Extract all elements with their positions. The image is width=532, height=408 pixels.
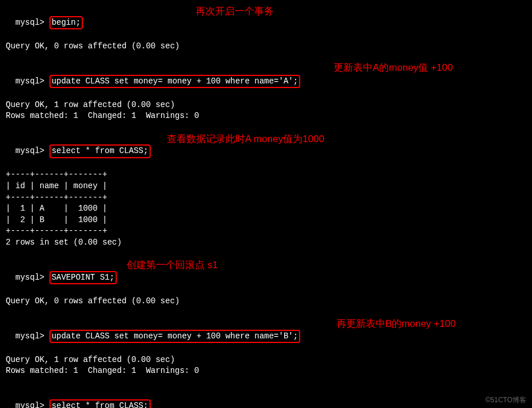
cmd-begin: begin;	[52, 18, 81, 27]
cmd-select-2: select * from CLASS;	[52, 401, 148, 408]
cmd-select-1-line: mysql> select * from CLASS; 查看数据记录此时A mo…	[6, 134, 526, 170]
cmd-savepoint-1: SAVEPOINT S1;	[52, 273, 114, 282]
result-update-a-2: Rows matched: 1 Changed: 1 Warnings: 0	[6, 110, 526, 122]
mysql-prompt: mysql>	[16, 331, 49, 341]
cmd-update-a-highlight: update CLASS set money= money + 100 wher…	[49, 75, 300, 89]
table1-row-2: | 2 | B | 1000 |	[6, 215, 526, 226]
cmd-update-b-line: mysql> update CLASS set money= money + 1…	[6, 318, 526, 354]
mysql-prompt: mysql>	[16, 18, 49, 27]
mysql-prompt: mysql>	[16, 146, 49, 155]
cmd-update-a-line: mysql> update CLASS set money= money + 1…	[6, 63, 526, 100]
annotation-update-b: 再更新表中B的money +100	[336, 317, 456, 331]
result-savepoint-1: Query OK, 0 rows affected (0.00 sec)	[6, 296, 526, 307]
cmd-select-1-highlight: select * from CLASS;	[49, 144, 151, 158]
table1-border-mid: +----+------+-------+	[6, 192, 526, 204]
cmd-update-b: update CLASS set money= money + 100 wher…	[52, 331, 298, 341]
result-update-b-1: Query OK, 1 row affected (0.00 sec)	[6, 354, 526, 366]
cmd-update-a: update CLASS set money= money + 100 wher…	[52, 77, 298, 86]
table1-header: | id | name | money |	[6, 181, 526, 192]
cmd-select-2-highlight: select * from CLASS;	[49, 399, 151, 408]
cmd-begin-line: mysql> begin; 再次开启一个事务	[6, 5, 526, 41]
cmd-begin-highlight: begin;	[49, 16, 83, 30]
result-update-a-1: Query OK, 1 row affected (0.00 sec)	[6, 100, 526, 111]
mysql-prompt: mysql>	[16, 401, 49, 408]
watermark: ©51CTO博客	[485, 395, 526, 405]
table1-row-1: | 1 | A | 1000 |	[6, 203, 526, 215]
cmd-select-1: select * from CLASS;	[52, 146, 148, 155]
mysql-prompt: mysql>	[16, 273, 49, 282]
annotation-select-1: 查看数据记录此时A money值为1000	[167, 132, 324, 146]
table1-border-bottom: +----+------+-------+	[6, 226, 526, 237]
annotation-begin: 再次开启一个事务	[196, 5, 274, 18]
cmd-select-2-line: mysql> select * from CLASS;	[6, 388, 526, 408]
mysql-prompt: mysql>	[16, 77, 49, 86]
result-begin: Query OK, 0 rows affected (0.00 sec)	[6, 41, 526, 52]
cmd-savepoint-1-highlight: SAVEPOINT S1;	[49, 271, 117, 285]
annotation-update-a: 更新表中A的money值 +100	[334, 61, 453, 75]
table1-border-top: +----+------+-------+	[6, 169, 526, 181]
cmd-update-b-highlight: update CLASS set money= money + 100 wher…	[49, 330, 300, 344]
table1-summary: 2 rows in set (0.00 sec)	[6, 237, 526, 249]
result-update-b-2: Rows matched: 1 Changed: 1 Warnings: 0	[6, 365, 526, 377]
cmd-savepoint-1-line: mysql> SAVEPOINT S1; 创建第一个回滚点 s1	[6, 260, 526, 296]
annotation-savepoint-1: 创建第一个回滚点 s1	[127, 258, 218, 272]
